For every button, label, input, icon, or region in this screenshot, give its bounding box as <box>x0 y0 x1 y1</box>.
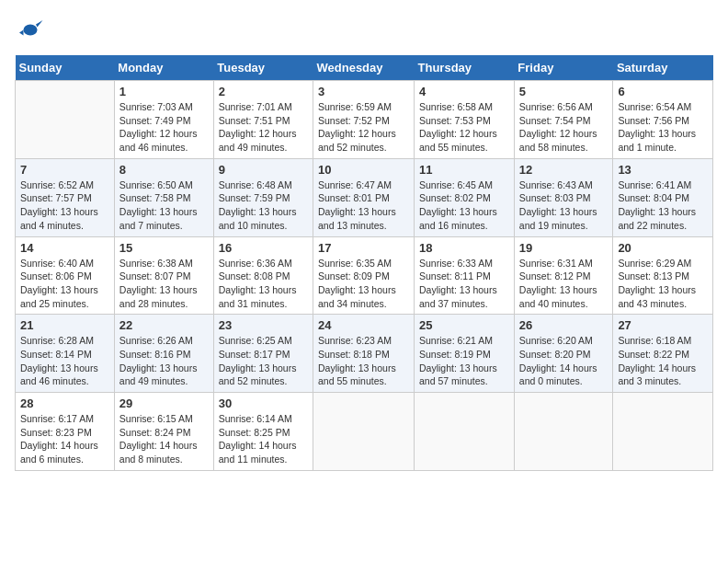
day-number: 3 <box>318 85 409 98</box>
calendar-cell <box>313 393 415 471</box>
logo-bird-icon <box>17 15 44 42</box>
day-detail: Sunrise: 6:35 AMSunset: 8:09 PMDaylight:… <box>318 257 409 311</box>
calendar-cell: 22Sunrise: 6:26 AMSunset: 8:16 PMDayligh… <box>114 315 213 393</box>
day-detail: Sunrise: 6:23 AMSunset: 8:18 PMDaylight:… <box>318 334 409 388</box>
calendar-cell: 24Sunrise: 6:23 AMSunset: 8:18 PMDayligh… <box>313 315 415 393</box>
day-detail: Sunrise: 6:31 AMSunset: 8:12 PMDaylight:… <box>519 257 609 311</box>
day-number: 2 <box>219 85 308 98</box>
calendar-cell: 3Sunrise: 6:59 AMSunset: 7:52 PMDaylight… <box>313 81 415 159</box>
day-number: 17 <box>318 241 409 255</box>
day-detail: Sunrise: 6:38 AMSunset: 8:07 PMDaylight:… <box>119 257 209 311</box>
day-number: 13 <box>618 163 708 177</box>
day-detail: Sunrise: 6:50 AMSunset: 7:58 PMDaylight:… <box>119 178 209 233</box>
day-detail: Sunrise: 6:20 AMSunset: 8:20 PMDaylight:… <box>519 334 609 388</box>
day-detail: Sunrise: 6:52 AMSunset: 7:57 PMDaylight:… <box>20 178 109 233</box>
day-number: 28 <box>20 396 109 410</box>
day-header-sunday: Sunday <box>16 55 115 81</box>
calendar-cell: 4Sunrise: 6:58 AMSunset: 7:53 PMDaylight… <box>415 81 515 159</box>
day-detail: Sunrise: 6:26 AMSunset: 8:16 PMDaylight:… <box>119 334 209 388</box>
day-number: 20 <box>618 241 708 255</box>
calendar-cell: 19Sunrise: 6:31 AMSunset: 8:12 PMDayligh… <box>514 236 613 315</box>
day-detail: Sunrise: 6:21 AMSunset: 8:19 PMDaylight:… <box>419 334 509 388</box>
day-number: 18 <box>419 241 509 255</box>
day-detail: Sunrise: 6:14 AMSunset: 8:25 PMDaylight:… <box>219 412 308 466</box>
day-number: 8 <box>119 163 209 177</box>
calendar-cell: 6Sunrise: 6:54 AMSunset: 7:56 PMDaylight… <box>613 81 713 159</box>
day-detail: Sunrise: 6:29 AMSunset: 8:13 PMDaylight:… <box>618 257 708 311</box>
day-detail: Sunrise: 6:28 AMSunset: 8:14 PMDaylight:… <box>20 334 109 388</box>
day-detail: Sunrise: 6:41 AMSunset: 8:04 PMDaylight:… <box>618 178 708 233</box>
calendar-cell: 23Sunrise: 6:25 AMSunset: 8:17 PMDayligh… <box>213 315 313 393</box>
calendar-cell: 9Sunrise: 6:48 AMSunset: 7:59 PMDaylight… <box>213 158 313 236</box>
day-detail: Sunrise: 6:47 AMSunset: 8:01 PMDaylight:… <box>318 178 409 233</box>
day-number: 9 <box>219 163 308 177</box>
calendar-cell: 27Sunrise: 6:18 AMSunset: 8:22 PMDayligh… <box>613 315 713 393</box>
day-detail: Sunrise: 6:15 AMSunset: 8:24 PMDaylight:… <box>119 412 209 466</box>
calendar-cell: 14Sunrise: 6:40 AMSunset: 8:06 PMDayligh… <box>16 236 115 315</box>
day-header-monday: Monday <box>114 55 213 81</box>
day-number: 15 <box>119 241 209 255</box>
calendar-table: SundayMondayTuesdayWednesdayThursdayFrid… <box>15 55 713 471</box>
day-detail: Sunrise: 7:01 AMSunset: 7:51 PMDaylight:… <box>219 100 308 155</box>
day-detail: Sunrise: 6:25 AMSunset: 8:17 PMDaylight:… <box>219 334 308 388</box>
calendar-header-row: SundayMondayTuesdayWednesdayThursdayFrid… <box>16 55 713 81</box>
calendar-week-row: 1Sunrise: 7:03 AMSunset: 7:49 PMDaylight… <box>16 81 713 159</box>
calendar-cell: 20Sunrise: 6:29 AMSunset: 8:13 PMDayligh… <box>613 236 713 315</box>
calendar-cell <box>16 81 115 159</box>
day-detail: Sunrise: 6:36 AMSunset: 8:08 PMDaylight:… <box>219 257 308 311</box>
calendar-cell: 18Sunrise: 6:33 AMSunset: 8:11 PMDayligh… <box>415 236 515 315</box>
day-detail: Sunrise: 6:17 AMSunset: 8:23 PMDaylight:… <box>20 412 109 466</box>
calendar-cell: 7Sunrise: 6:52 AMSunset: 7:57 PMDaylight… <box>16 158 115 236</box>
svg-marker-3 <box>19 30 24 36</box>
calendar-cell <box>613 393 713 471</box>
day-number: 22 <box>119 318 209 332</box>
day-header-tuesday: Tuesday <box>213 55 313 81</box>
day-detail: Sunrise: 6:40 AMSunset: 8:06 PMDaylight:… <box>20 257 109 311</box>
day-number: 23 <box>219 318 308 332</box>
day-number: 4 <box>419 85 509 98</box>
calendar-cell: 30Sunrise: 6:14 AMSunset: 8:25 PMDayligh… <box>213 393 313 471</box>
day-number: 27 <box>618 318 708 332</box>
svg-point-0 <box>24 25 38 36</box>
logo <box>15 15 44 46</box>
calendar-week-row: 28Sunrise: 6:17 AMSunset: 8:23 PMDayligh… <box>16 393 713 471</box>
day-number: 29 <box>119 396 209 410</box>
day-detail: Sunrise: 7:03 AMSunset: 7:49 PMDaylight:… <box>119 100 209 155</box>
day-number: 21 <box>20 318 109 332</box>
day-number: 11 <box>419 163 509 177</box>
header <box>15 15 713 46</box>
calendar-cell: 25Sunrise: 6:21 AMSunset: 8:19 PMDayligh… <box>415 315 515 393</box>
svg-point-2 <box>36 20 39 23</box>
calendar-cell: 16Sunrise: 6:36 AMSunset: 8:08 PMDayligh… <box>213 236 313 315</box>
day-detail: Sunrise: 6:18 AMSunset: 8:22 PMDaylight:… <box>618 334 708 388</box>
calendar-cell: 28Sunrise: 6:17 AMSunset: 8:23 PMDayligh… <box>16 393 115 471</box>
day-number: 5 <box>519 85 609 98</box>
day-number: 1 <box>119 85 209 98</box>
calendar-cell: 2Sunrise: 7:01 AMSunset: 7:51 PMDaylight… <box>213 81 313 159</box>
day-number: 10 <box>318 163 409 177</box>
day-number: 7 <box>20 163 109 177</box>
day-number: 16 <box>219 241 308 255</box>
day-detail: Sunrise: 6:56 AMSunset: 7:54 PMDaylight:… <box>519 100 609 155</box>
calendar-cell: 8Sunrise: 6:50 AMSunset: 7:58 PMDaylight… <box>114 158 213 236</box>
day-detail: Sunrise: 6:54 AMSunset: 7:56 PMDaylight:… <box>618 100 708 155</box>
day-number: 25 <box>419 318 509 332</box>
calendar-cell: 13Sunrise: 6:41 AMSunset: 8:04 PMDayligh… <box>613 158 713 236</box>
calendar-cell <box>514 393 613 471</box>
calendar-cell: 29Sunrise: 6:15 AMSunset: 8:24 PMDayligh… <box>114 393 213 471</box>
calendar-cell: 5Sunrise: 6:56 AMSunset: 7:54 PMDaylight… <box>514 81 613 159</box>
day-number: 14 <box>20 241 109 255</box>
day-number: 19 <box>519 241 609 255</box>
day-number: 26 <box>519 318 609 332</box>
calendar-week-row: 21Sunrise: 6:28 AMSunset: 8:14 PMDayligh… <box>16 315 713 393</box>
calendar-cell: 15Sunrise: 6:38 AMSunset: 8:07 PMDayligh… <box>114 236 213 315</box>
day-number: 12 <box>519 163 609 177</box>
day-detail: Sunrise: 6:33 AMSunset: 8:11 PMDaylight:… <box>419 257 509 311</box>
day-detail: Sunrise: 6:43 AMSunset: 8:03 PMDaylight:… <box>519 178 609 233</box>
calendar-cell: 1Sunrise: 7:03 AMSunset: 7:49 PMDaylight… <box>114 81 213 159</box>
calendar-cell <box>415 393 515 471</box>
calendar-cell: 10Sunrise: 6:47 AMSunset: 8:01 PMDayligh… <box>313 158 415 236</box>
day-header-saturday: Saturday <box>613 55 713 81</box>
calendar-cell: 12Sunrise: 6:43 AMSunset: 8:03 PMDayligh… <box>514 158 613 236</box>
calendar-week-row: 7Sunrise: 6:52 AMSunset: 7:57 PMDaylight… <box>16 158 713 236</box>
